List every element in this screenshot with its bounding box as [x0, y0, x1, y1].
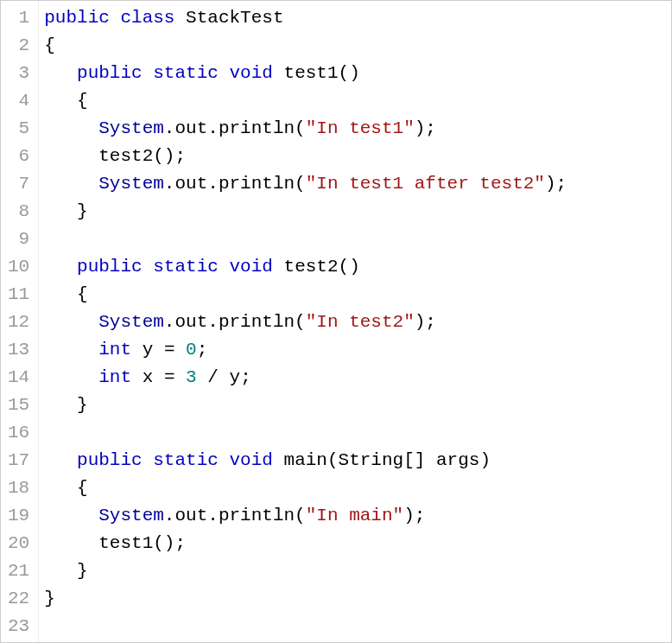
token-punct: );: [403, 506, 425, 525]
code-line: System.out.println("In test1");: [44, 115, 671, 143]
token-kw: int: [98, 367, 131, 387]
line-number: 8: [8, 198, 29, 226]
line-number: 15: [8, 392, 29, 419]
token-sys: System: [98, 506, 164, 525]
line-number: 16: [8, 419, 29, 447]
code-line: {: [44, 474, 671, 502]
line-number: 20: [8, 530, 29, 557]
code-line: [44, 226, 671, 253]
token-kw: void: [230, 450, 273, 470]
code-line: }: [44, 392, 671, 419]
token-num: 3: [186, 367, 197, 387]
line-number-gutter: 1234567891011121314151617181920212223: [1, 1, 39, 642]
token-str: "In test2": [306, 312, 415, 332]
code-line: public class StackTest: [44, 4, 671, 32]
line-number: 18: [8, 474, 29, 502]
token-punct: }: [77, 561, 88, 581]
token-kw: int: [98, 340, 131, 360]
token-sys: System: [98, 312, 164, 332]
token-cls: String: [339, 450, 404, 470]
token-id: test1: [284, 63, 339, 83]
code-line: [44, 419, 671, 447]
token-id: x: [143, 367, 154, 387]
token-punct: .: [164, 174, 175, 194]
token-cls: StackTest: [186, 8, 283, 28]
token-kw: public: [77, 450, 143, 470]
token-id: args: [436, 450, 479, 470]
line-number: 23: [8, 613, 29, 640]
token-punct: (: [327, 450, 339, 470]
line-number: 19: [8, 502, 29, 530]
token-id: out: [174, 312, 207, 332]
token-punct: .: [207, 312, 219, 332]
token-punct: (: [295, 118, 306, 138]
code-line: public static void main(String[] args): [44, 447, 671, 474]
token-id: test2: [98, 146, 153, 166]
token-id: y: [230, 367, 241, 387]
token-punct: (): [339, 63, 360, 83]
token-punct: ;: [197, 340, 208, 360]
line-number: 3: [8, 60, 29, 87]
line-number: 5: [8, 115, 29, 143]
line-number: 2: [8, 32, 29, 60]
token-kw: static: [153, 257, 219, 277]
token-id: out: [174, 118, 207, 138]
code-line: int y = 0;: [44, 336, 671, 364]
token-id: out: [174, 506, 207, 525]
code-line: }: [44, 198, 671, 226]
token-punct: {: [44, 35, 55, 55]
token-punct: {: [77, 478, 88, 498]
token-str: "In test1 after test2": [306, 174, 545, 194]
line-number: 4: [8, 87, 29, 115]
token-punct: .: [164, 506, 175, 525]
code-line: System.out.println("In main");: [44, 502, 671, 530]
token-punct: (: [295, 506, 306, 525]
token-kw: public: [44, 8, 110, 28]
token-punct: .: [164, 118, 175, 138]
token-op: =: [164, 367, 175, 387]
code-editor: 1234567891011121314151617181920212223 pu…: [1, 1, 671, 642]
token-kw: class: [120, 8, 174, 28]
token-id: y: [143, 340, 154, 360]
token-num: 0: [186, 340, 197, 360]
line-number: 11: [8, 281, 29, 309]
token-punct: (: [295, 312, 306, 332]
token-punct: .: [207, 174, 219, 194]
line-number: 1: [8, 4, 29, 32]
token-kw: public: [77, 257, 143, 277]
line-number: 12: [8, 309, 29, 336]
token-punct: }: [44, 589, 55, 608]
token-kw: public: [77, 63, 143, 83]
token-punct: (: [295, 174, 306, 194]
line-number: 21: [8, 557, 29, 585]
token-id: out: [174, 174, 207, 194]
token-punct: );: [415, 312, 436, 332]
token-method: println: [219, 312, 295, 332]
token-punct: );: [415, 118, 436, 138]
token-punct: .: [207, 118, 219, 138]
code-line: System.out.println("In test1 after test2…: [44, 170, 671, 198]
code-line: }: [44, 585, 671, 613]
code-line: test1();: [44, 530, 671, 557]
token-sys: System: [98, 174, 164, 194]
code-line: {: [44, 32, 671, 60]
token-kw: void: [230, 257, 273, 277]
line-number: 13: [8, 336, 29, 364]
token-op: =: [164, 340, 175, 360]
token-punct: }: [77, 395, 88, 415]
code-line: public static void test2(): [44, 253, 671, 281]
code-line: int x = 3 / y;: [44, 364, 671, 392]
token-kw: static: [153, 63, 219, 83]
line-number: 22: [8, 585, 29, 613]
token-sys: System: [98, 118, 164, 138]
code-line: public static void test1(): [44, 60, 671, 87]
token-method: println: [219, 174, 295, 194]
token-punct: ): [479, 450, 491, 470]
token-method: println: [219, 506, 295, 525]
token-op: /: [207, 367, 219, 387]
token-punct: (): [339, 257, 360, 277]
line-number: 17: [8, 447, 29, 474]
code-line: test2();: [44, 143, 671, 170]
token-id: main: [284, 450, 327, 470]
code-line: {: [44, 281, 671, 309]
